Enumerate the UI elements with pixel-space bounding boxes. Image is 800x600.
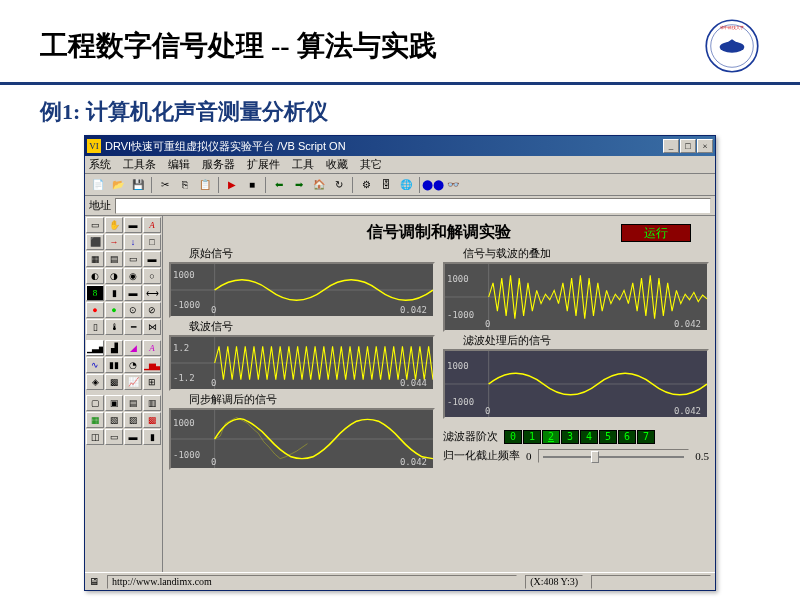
pal-panel-icon[interactable]: ▭	[124, 251, 142, 267]
address-input[interactable]	[115, 198, 711, 214]
order-7[interactable]: 7	[637, 430, 655, 444]
pal-pie-icon[interactable]: ◔	[124, 357, 142, 373]
order-4[interactable]: 4	[580, 430, 598, 444]
pal-disp-icon[interactable]: ▬	[143, 251, 161, 267]
tb-cut-icon[interactable]: ✂	[156, 176, 174, 194]
pal-m12-icon[interactable]: ▮	[143, 429, 161, 445]
pal-text-icon[interactable]: A	[143, 217, 161, 233]
pal-right-icon[interactable]: →	[105, 234, 123, 250]
order-3[interactable]: 3	[561, 430, 579, 444]
tb-new-icon[interactable]: 📄	[89, 176, 107, 194]
pal-rect-icon[interactable]: ▭	[86, 217, 104, 233]
pal-gauge-icon[interactable]: ◑	[105, 268, 123, 284]
pal-down-icon[interactable]: ↓	[124, 234, 142, 250]
pal-led-g-icon[interactable]: ●	[105, 302, 123, 318]
pal-m11-icon[interactable]: ▬	[124, 429, 142, 445]
run-button[interactable]: 运行	[621, 224, 691, 242]
minimize-button[interactable]: _	[663, 139, 679, 153]
slider-thumb[interactable]	[591, 451, 599, 463]
close-button[interactable]: ×	[697, 139, 713, 153]
pal-3d-icon[interactable]: ◈	[86, 374, 104, 390]
pal-m6-icon[interactable]: ▧	[105, 412, 123, 428]
pal-surf-icon[interactable]: ▩	[105, 374, 123, 390]
pal-plot-icon[interactable]: 📈	[124, 374, 142, 390]
tb-db-icon[interactable]: 🗄	[377, 176, 395, 194]
pal-therm-icon[interactable]: 🌡	[105, 319, 123, 335]
plot1-label: 原始信号	[189, 246, 435, 261]
pal-chart2-icon[interactable]: ▟	[105, 340, 123, 356]
xtick: 0.042	[674, 319, 701, 329]
pal-m5-icon[interactable]: ▦	[86, 412, 104, 428]
pal-bar-icon[interactable]: ▮	[105, 285, 123, 301]
pal-hist-icon[interactable]: ▁▅▃	[143, 357, 161, 373]
tb-net-icon[interactable]: 🌐	[397, 176, 415, 194]
pal-led-r-icon[interactable]: ●	[86, 302, 104, 318]
pal-stop2-icon[interactable]: ⬛	[86, 234, 104, 250]
menu-favorites[interactable]: 收藏	[326, 157, 348, 172]
tb-paste-icon[interactable]: 📋	[196, 176, 214, 194]
pal-m7-icon[interactable]: ▨	[124, 412, 142, 428]
pal-grid-icon[interactable]: ▦	[86, 251, 104, 267]
pal-seg-icon[interactable]: 8	[86, 285, 104, 301]
pal-dial-icon[interactable]: ○	[143, 268, 161, 284]
pal-m3-icon[interactable]: ▤	[124, 395, 142, 411]
tb-scope-icon[interactable]: 👓	[444, 176, 462, 194]
cutoff-slider[interactable]	[538, 449, 690, 463]
window-title: DRVI快速可重组虚拟仪器实验平台 /VB Script ON	[105, 139, 663, 154]
pal-hbar-icon[interactable]: ▬	[124, 285, 142, 301]
menu-server[interactable]: 服务器	[202, 157, 235, 172]
pal-wave-icon[interactable]: ∿	[86, 357, 104, 373]
tb-config-icon[interactable]: ⚙	[357, 176, 375, 194]
tb-copy-icon[interactable]: ⎘	[176, 176, 194, 194]
pal-meter-icon[interactable]: ◐	[86, 268, 104, 284]
order-5[interactable]: 5	[599, 430, 617, 444]
menu-other[interactable]: 其它	[360, 157, 382, 172]
tb-refresh-icon[interactable]: ↻	[330, 176, 348, 194]
order-2[interactable]: 2	[542, 430, 560, 444]
pal-fill-icon[interactable]: ◢	[124, 340, 142, 356]
pal-xy-icon[interactable]: ⊞	[143, 374, 161, 390]
pal-m4-icon[interactable]: ▥	[143, 395, 161, 411]
tb-run-icon[interactable]: ▶	[223, 176, 241, 194]
pal-slider-icon[interactable]: ⟷	[143, 285, 161, 301]
pal-bars-icon[interactable]: ▮▮	[105, 357, 123, 373]
tb-back-icon[interactable]: ⬅	[270, 176, 288, 194]
tb-home-icon[interactable]: 🏠	[310, 176, 328, 194]
pal-sw1-icon[interactable]: ⊙	[124, 302, 142, 318]
tb-fwd-icon[interactable]: ➡	[290, 176, 308, 194]
pal-pipe-icon[interactable]: ━	[124, 319, 142, 335]
pal-tank-icon[interactable]: ▯	[86, 319, 104, 335]
menu-system[interactable]: 系统	[89, 157, 111, 172]
pal-hand-icon[interactable]: ✋	[105, 217, 123, 233]
maximize-button[interactable]: □	[680, 139, 696, 153]
app-icon: VI	[87, 139, 101, 153]
pal-sq-icon[interactable]: □	[143, 234, 161, 250]
pal-m1-icon[interactable]: ▢	[86, 395, 104, 411]
pal-chart1-icon[interactable]: ▁▃▅	[86, 340, 104, 356]
pal-valve-icon[interactable]: ⋈	[143, 319, 161, 335]
pal-sw2-icon[interactable]: ⊘	[143, 302, 161, 318]
pal-knob-icon[interactable]: ◉	[124, 268, 142, 284]
menu-toolbar[interactable]: 工具条	[123, 157, 156, 172]
menu-tools[interactable]: 工具	[292, 157, 314, 172]
pal-btn-icon[interactable]: ▬	[124, 217, 142, 233]
pal-label-icon[interactable]: A	[143, 340, 161, 356]
slide-title: 工程数字信号处理 -- 算法与实践	[40, 27, 437, 65]
filter-order-selector[interactable]: 0 1 2 3 4 5 6 7	[504, 430, 655, 444]
menu-edit[interactable]: 编辑	[168, 157, 190, 172]
order-6[interactable]: 6	[618, 430, 636, 444]
pal-m2-icon[interactable]: ▣	[105, 395, 123, 411]
tb-save-icon[interactable]: 💾	[129, 176, 147, 194]
xtick: 0	[485, 319, 490, 329]
xtick: 0	[211, 305, 216, 315]
pal-m9-icon[interactable]: ◫	[86, 429, 104, 445]
pal-list-icon[interactable]: ▤	[105, 251, 123, 267]
pal-m10-icon[interactable]: ▭	[105, 429, 123, 445]
order-1[interactable]: 1	[523, 430, 541, 444]
tb-stop-icon[interactable]: ■	[243, 176, 261, 194]
tb-open-icon[interactable]: 📂	[109, 176, 127, 194]
pal-m8-icon[interactable]: ▩	[143, 412, 161, 428]
order-0[interactable]: 0	[504, 430, 522, 444]
tb-link-icon[interactable]: ⬤⬤	[424, 176, 442, 194]
menu-extensions[interactable]: 扩展件	[247, 157, 280, 172]
